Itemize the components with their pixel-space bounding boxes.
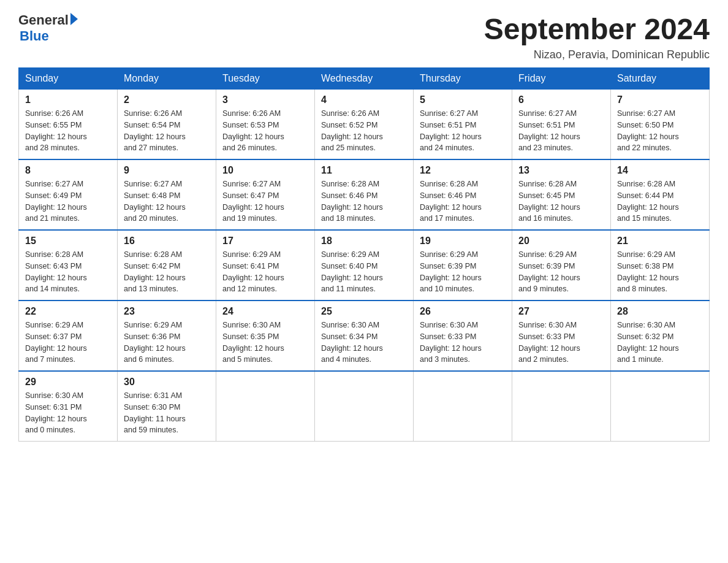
title-block: September 2024 Nizao, Peravia, Dominican… (484, 12, 710, 61)
day-info: Sunrise: 6:29 AMSunset: 6:41 PMDaylight:… (222, 249, 308, 295)
calendar-day-cell: 9Sunrise: 6:27 AMSunset: 6:48 PMDaylight… (118, 159, 216, 230)
day-info: Sunrise: 6:28 AMSunset: 6:42 PMDaylight:… (124, 249, 210, 295)
calendar-day-cell: 26Sunrise: 6:30 AMSunset: 6:33 PMDayligh… (414, 301, 512, 371)
calendar-day-cell: 1Sunrise: 6:26 AMSunset: 6:55 PMDaylight… (19, 90, 118, 160)
day-number: 15 (25, 236, 111, 247)
calendar-day-cell: 3Sunrise: 6:26 AMSunset: 6:53 PMDaylight… (216, 90, 315, 160)
calendar-day-cell: 14Sunrise: 6:28 AMSunset: 6:44 PMDayligh… (611, 159, 710, 230)
calendar-day-cell: 24Sunrise: 6:30 AMSunset: 6:35 PMDayligh… (216, 301, 315, 371)
day-number: 21 (617, 236, 703, 247)
calendar-day-cell: 8Sunrise: 6:27 AMSunset: 6:49 PMDaylight… (19, 159, 118, 230)
day-info: Sunrise: 6:29 AMSunset: 6:36 PMDaylight:… (124, 320, 210, 366)
calendar-day-cell: 23Sunrise: 6:29 AMSunset: 6:36 PMDayligh… (118, 301, 216, 371)
logo-general-text: General (18, 12, 69, 28)
calendar-day-cell: 11Sunrise: 6:28 AMSunset: 6:46 PMDayligh… (315, 159, 414, 230)
calendar-day-cell: 19Sunrise: 6:29 AMSunset: 6:39 PMDayligh… (414, 230, 512, 301)
calendar-day-cell (315, 371, 414, 442)
day-number: 27 (518, 306, 604, 317)
calendar-day-cell: 15Sunrise: 6:28 AMSunset: 6:43 PMDayligh… (19, 230, 118, 301)
day-number: 10 (222, 165, 308, 176)
calendar-week-row: 15Sunrise: 6:28 AMSunset: 6:43 PMDayligh… (19, 230, 710, 301)
day-number: 29 (25, 377, 111, 388)
day-number: 12 (420, 165, 506, 176)
day-info: Sunrise: 6:29 AMSunset: 6:39 PMDaylight:… (420, 249, 506, 295)
calendar-week-row: 22Sunrise: 6:29 AMSunset: 6:37 PMDayligh… (19, 301, 710, 371)
day-info: Sunrise: 6:27 AMSunset: 6:48 PMDaylight:… (124, 178, 210, 224)
day-number: 26 (420, 306, 506, 317)
day-info: Sunrise: 6:27 AMSunset: 6:51 PMDaylight:… (518, 108, 604, 154)
day-info: Sunrise: 6:27 AMSunset: 6:51 PMDaylight:… (420, 108, 506, 154)
calendar-day-cell: 22Sunrise: 6:29 AMSunset: 6:37 PMDayligh… (19, 301, 118, 371)
day-info: Sunrise: 6:31 AMSunset: 6:30 PMDaylight:… (124, 390, 210, 436)
day-number: 25 (321, 306, 407, 317)
logo-arrow-icon (70, 13, 78, 25)
day-number: 14 (617, 165, 703, 176)
day-info: Sunrise: 6:27 AMSunset: 6:50 PMDaylight:… (617, 108, 703, 154)
calendar-day-cell: 12Sunrise: 6:28 AMSunset: 6:46 PMDayligh… (414, 159, 512, 230)
day-number: 19 (420, 236, 506, 247)
day-info: Sunrise: 6:26 AMSunset: 6:52 PMDaylight:… (321, 108, 407, 154)
day-info: Sunrise: 6:26 AMSunset: 6:54 PMDaylight:… (124, 108, 210, 154)
day-info: Sunrise: 6:29 AMSunset: 6:40 PMDaylight:… (321, 249, 407, 295)
month-title: September 2024 (484, 12, 710, 46)
calendar-table: SundayMondayTuesdayWednesdayThursdayFrid… (18, 67, 710, 442)
calendar-header-row: SundayMondayTuesdayWednesdayThursdayFrid… (19, 68, 710, 90)
day-info: Sunrise: 6:29 AMSunset: 6:38 PMDaylight:… (617, 249, 703, 295)
day-number: 24 (222, 306, 308, 317)
calendar-day-cell: 28Sunrise: 6:30 AMSunset: 6:32 PMDayligh… (611, 301, 710, 371)
calendar-day-cell: 13Sunrise: 6:28 AMSunset: 6:45 PMDayligh… (512, 159, 611, 230)
day-number: 30 (124, 377, 210, 388)
calendar-day-cell: 6Sunrise: 6:27 AMSunset: 6:51 PMDaylight… (512, 90, 611, 160)
day-info: Sunrise: 6:29 AMSunset: 6:39 PMDaylight:… (518, 249, 604, 295)
day-number: 18 (321, 236, 407, 247)
day-number: 8 (25, 165, 111, 176)
day-number: 1 (25, 94, 111, 105)
day-info: Sunrise: 6:26 AMSunset: 6:53 PMDaylight:… (222, 108, 308, 154)
calendar-day-cell: 7Sunrise: 6:27 AMSunset: 6:50 PMDaylight… (611, 90, 710, 160)
day-info: Sunrise: 6:27 AMSunset: 6:47 PMDaylight:… (222, 178, 308, 224)
logo: General Blue (18, 12, 78, 44)
day-info: Sunrise: 6:28 AMSunset: 6:46 PMDaylight:… (321, 178, 407, 224)
day-number: 9 (124, 165, 210, 176)
logo-blue-text: Blue (20, 28, 78, 44)
day-info: Sunrise: 6:30 AMSunset: 6:33 PMDaylight:… (420, 320, 506, 366)
calendar-day-cell: 4Sunrise: 6:26 AMSunset: 6:52 PMDaylight… (315, 90, 414, 160)
calendar-header-thursday: Thursday (414, 68, 512, 90)
day-number: 13 (518, 165, 604, 176)
day-number: 17 (222, 236, 308, 247)
day-info: Sunrise: 6:28 AMSunset: 6:43 PMDaylight:… (25, 249, 111, 295)
day-number: 28 (617, 306, 703, 317)
calendar-day-cell: 18Sunrise: 6:29 AMSunset: 6:40 PMDayligh… (315, 230, 414, 301)
calendar-header-sunday: Sunday (19, 68, 118, 90)
day-number: 23 (124, 306, 210, 317)
day-info: Sunrise: 6:30 AMSunset: 6:34 PMDaylight:… (321, 320, 407, 366)
day-info: Sunrise: 6:30 AMSunset: 6:32 PMDaylight:… (617, 320, 703, 366)
calendar-day-cell: 25Sunrise: 6:30 AMSunset: 6:34 PMDayligh… (315, 301, 414, 371)
calendar-day-cell: 17Sunrise: 6:29 AMSunset: 6:41 PMDayligh… (216, 230, 315, 301)
day-number: 7 (617, 94, 703, 105)
calendar-day-cell (216, 371, 315, 442)
calendar-day-cell: 21Sunrise: 6:29 AMSunset: 6:38 PMDayligh… (611, 230, 710, 301)
calendar-day-cell (512, 371, 611, 442)
calendar-header-friday: Friday (512, 68, 611, 90)
calendar-day-cell: 27Sunrise: 6:30 AMSunset: 6:33 PMDayligh… (512, 301, 611, 371)
day-info: Sunrise: 6:30 AMSunset: 6:33 PMDaylight:… (518, 320, 604, 366)
calendar-header-monday: Monday (118, 68, 216, 90)
calendar-day-cell: 5Sunrise: 6:27 AMSunset: 6:51 PMDaylight… (414, 90, 512, 160)
calendar-day-cell: 29Sunrise: 6:30 AMSunset: 6:31 PMDayligh… (19, 371, 118, 442)
calendar-week-row: 29Sunrise: 6:30 AMSunset: 6:31 PMDayligh… (19, 371, 710, 442)
day-info: Sunrise: 6:27 AMSunset: 6:49 PMDaylight:… (25, 178, 111, 224)
day-info: Sunrise: 6:28 AMSunset: 6:44 PMDaylight:… (617, 178, 703, 224)
day-number: 2 (124, 94, 210, 105)
location-title: Nizao, Peravia, Dominican Republic (484, 48, 710, 61)
calendar-day-cell: 30Sunrise: 6:31 AMSunset: 6:30 PMDayligh… (118, 371, 216, 442)
calendar-day-cell: 10Sunrise: 6:27 AMSunset: 6:47 PMDayligh… (216, 159, 315, 230)
calendar-day-cell: 20Sunrise: 6:29 AMSunset: 6:39 PMDayligh… (512, 230, 611, 301)
day-info: Sunrise: 6:30 AMSunset: 6:31 PMDaylight:… (25, 390, 111, 436)
day-info: Sunrise: 6:28 AMSunset: 6:46 PMDaylight:… (420, 178, 506, 224)
day-info: Sunrise: 6:28 AMSunset: 6:45 PMDaylight:… (518, 178, 604, 224)
day-info: Sunrise: 6:30 AMSunset: 6:35 PMDaylight:… (222, 320, 308, 366)
header: General Blue September 2024 Nizao, Perav… (18, 12, 710, 61)
calendar-week-row: 1Sunrise: 6:26 AMSunset: 6:55 PMDaylight… (19, 90, 710, 160)
day-number: 6 (518, 94, 604, 105)
